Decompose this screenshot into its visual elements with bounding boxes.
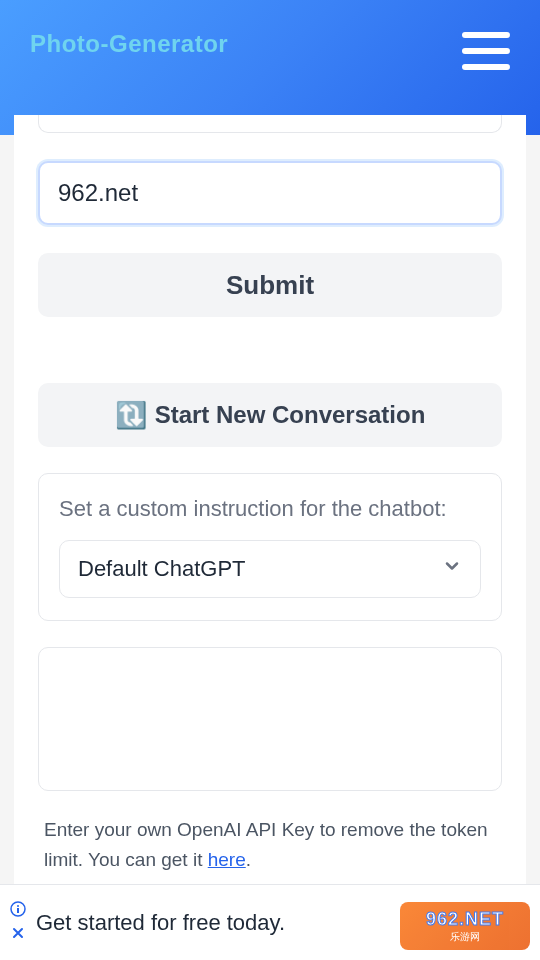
hamburger-line	[462, 64, 510, 70]
watermark-badge: 962.NET 乐游网	[400, 902, 530, 950]
api-key-info-text: Enter your own OpenAI API Key to remove …	[38, 815, 502, 876]
api-key-input-box[interactable]	[38, 647, 502, 791]
instruction-label: Set a custom instruction for the chatbot…	[59, 496, 481, 522]
instruction-select[interactable]: Default ChatGPT	[59, 540, 481, 598]
previous-input-stub	[38, 115, 502, 133]
main-content: Submit 🔃 Start New Conversation Set a cu…	[14, 115, 526, 896]
ad-text[interactable]: Get started for free today.	[36, 910, 285, 936]
ad-banner: Get started for free today. 962.NET 乐游网	[0, 884, 540, 960]
hamburger-line	[462, 48, 510, 54]
instruction-select-wrapper: Default ChatGPT	[59, 540, 481, 598]
watermark-main: 962.NET	[426, 909, 504, 930]
watermark-subtitle: 乐游网	[450, 930, 480, 944]
svg-point-1	[17, 905, 19, 907]
instruction-selected-value: Default ChatGPT	[78, 556, 246, 582]
new-conversation-button[interactable]: 🔃 Start New Conversation	[38, 383, 502, 447]
chevron-down-icon	[442, 556, 462, 582]
svg-rect-2	[17, 908, 19, 913]
menu-toggle-button[interactable]	[462, 32, 510, 70]
new-conversation-label: Start New Conversation	[155, 401, 426, 429]
app-logo: Photo-Generator	[30, 30, 228, 58]
ad-close-icon[interactable]	[10, 925, 26, 945]
hamburger-line	[462, 32, 510, 38]
info-text-prefix: Enter your own OpenAI API Key to remove …	[44, 819, 488, 870]
refresh-icon: 🔃	[115, 400, 147, 431]
submit-button[interactable]: Submit	[38, 253, 502, 317]
prompt-input[interactable]	[38, 161, 502, 225]
ad-info-icon[interactable]	[10, 901, 26, 921]
api-key-link[interactable]: here	[208, 849, 246, 870]
info-text-suffix: .	[246, 849, 251, 870]
instruction-panel: Set a custom instruction for the chatbot…	[38, 473, 502, 621]
ad-controls	[10, 901, 26, 945]
